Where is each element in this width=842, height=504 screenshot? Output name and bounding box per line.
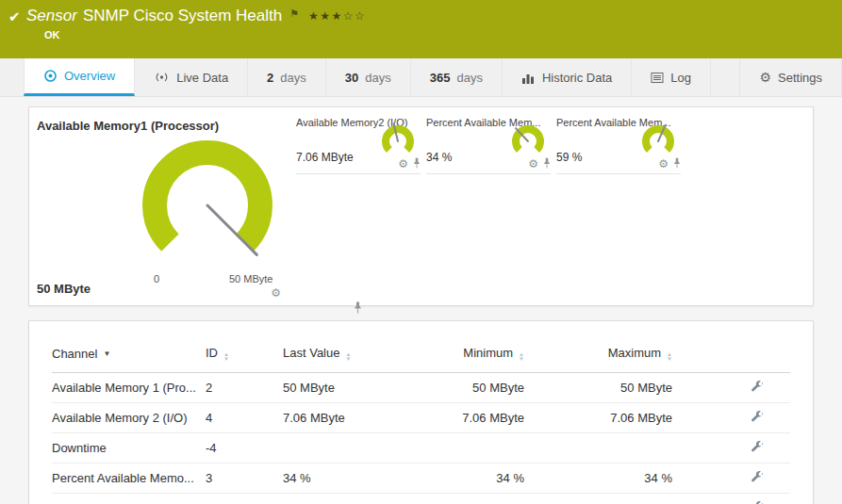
gauge-available-memory1[interactable]: Available Memory1 (Processor) 0 50 MByte… <box>35 115 308 300</box>
cell-channel: Available Memory 2 (I/O) <box>52 403 206 433</box>
cell-last-value <box>283 433 405 463</box>
table-row[interactable]: Percent Available Memo... 5 59 % 59 % 59… <box>52 494 790 504</box>
cell-last-value: 59 % <box>283 494 405 504</box>
main-gauge-dial <box>118 130 297 271</box>
cell-maximum <box>524 433 672 463</box>
table-row[interactable]: Downtime -4 <box>52 433 790 463</box>
pin-icon[interactable] <box>413 155 421 172</box>
tab-historic-data[interactable]: Historic Data <box>503 58 632 96</box>
gauge-scale-max: 50 MByte <box>229 273 272 285</box>
channel-settings-icon[interactable] <box>751 500 764 504</box>
cell-minimum <box>405 433 524 463</box>
gear-icon: ⚙ <box>759 70 771 85</box>
sort-icon: ▲▼ <box>345 352 351 362</box>
channels-panel: Channel▼ ID▲▼ Last Value▲▼ Minimum▲▼ Max… <box>28 320 814 504</box>
tab-label: days <box>456 71 482 85</box>
cell-last-value: 34 % <box>283 463 405 494</box>
channel-settings-icon[interactable] <box>751 440 764 456</box>
pin-icon[interactable] <box>673 155 681 172</box>
cell-id: 5 <box>206 494 283 504</box>
col-channel[interactable]: Channel▼ <box>52 338 206 373</box>
gauge-value: 59 % <box>556 151 582 164</box>
channel-settings-icon[interactable] <box>751 380 764 396</box>
small-gauge-dial <box>637 122 679 160</box>
tab-day-count: 2 <box>267 71 273 85</box>
cell-last-value: 50 MByte <box>283 373 405 403</box>
cell-minimum: 7.06 MByte <box>405 403 524 433</box>
tab-365-days[interactable]: 365 days <box>411 58 503 96</box>
tab-label: days <box>280 71 305 85</box>
gauge-settings-gear-icon[interactable]: ⚙ <box>398 157 408 171</box>
cell-maximum: 50 MByte <box>524 373 672 403</box>
cell-minimum: 34 % <box>405 463 524 494</box>
live-data-icon <box>154 71 170 84</box>
cell-minimum: 50 MByte <box>405 373 524 403</box>
bar-chart-icon <box>521 72 536 84</box>
small-gauge-dial <box>377 122 419 160</box>
table-row[interactable]: Available Memory 2 (I/O) 4 7.06 MByte 7.… <box>52 403 790 433</box>
tab-settings[interactable]: ⚙ Settings <box>739 58 842 96</box>
gauge-value: 34 % <box>426 151 452 164</box>
tab-label: Settings <box>778 71 822 85</box>
gauge-value: 50 MByte <box>37 282 91 296</box>
cell-channel: Percent Available Memo... <box>52 463 206 494</box>
sort-desc-icon: ▼ <box>103 350 110 358</box>
tab-label: Overview <box>64 69 115 83</box>
channel-settings-icon[interactable] <box>751 470 764 486</box>
col-actions <box>672 338 790 373</box>
priority-stars[interactable]: ★★★☆☆ <box>308 9 366 23</box>
tab-label: days <box>365 71 390 85</box>
cell-channel: Percent Available Memo... <box>52 494 206 504</box>
gauges-panel: Available Memory1 (Processor) 0 50 MByte… <box>28 106 814 306</box>
gauge-settings-gear-icon[interactable]: ⚙ <box>271 286 281 300</box>
col-id[interactable]: ID▲▼ <box>206 338 283 373</box>
col-last-value[interactable]: Last Value▲▼ <box>283 338 405 373</box>
log-icon <box>651 72 664 84</box>
tab-live-data[interactable]: Live Data <box>135 58 248 96</box>
sensor-kind-label: Sensor <box>26 7 77 25</box>
cell-channel: Available Memory 1 (Pro... <box>52 373 206 403</box>
cell-id: -4 <box>206 433 283 463</box>
cell-id: 3 <box>206 463 283 494</box>
cell-maximum: 34 % <box>524 463 672 494</box>
tab-day-count: 365 <box>430 71 451 85</box>
page-title: SNMP Cisco System Health <box>83 7 282 25</box>
tab-log[interactable]: Log <box>632 58 711 96</box>
status-ok-check-icon: ✔ <box>8 8 21 25</box>
gauge-scale-min: 0 <box>154 273 159 285</box>
gauge-percent-available-memory-2[interactable]: Percent Available Mem... 59 % ⚙ <box>556 117 681 174</box>
tab-day-count: 30 <box>345 71 358 85</box>
table-row[interactable]: Available Memory 1 (Pro... 2 50 MByte 50… <box>52 373 790 403</box>
cell-last-value: 7.06 MByte <box>283 403 405 433</box>
sensor-tab-bar: Overview Live Data 2 days 30 days 365 da… <box>0 58 842 97</box>
col-maximum[interactable]: Maximum▲▼ <box>524 338 672 373</box>
tab-label: Live Data <box>176 71 228 85</box>
tab-label: Log <box>670 71 691 85</box>
gauge-settings-gear-icon[interactable]: ⚙ <box>528 157 538 171</box>
col-minimum[interactable]: Minimum▲▼ <box>405 338 524 373</box>
small-gauge-dial <box>507 122 549 160</box>
tab-30-days[interactable]: 30 days <box>326 58 411 96</box>
sort-icon: ▲▼ <box>667 352 672 362</box>
tab-overview[interactable]: Overview <box>24 58 135 96</box>
status-badge: OK <box>44 29 60 41</box>
table-row[interactable]: Percent Available Memo... 3 34 % 34 % 34… <box>52 463 790 494</box>
overview-icon <box>43 69 58 83</box>
cell-maximum: 59 % <box>524 494 672 504</box>
main-gauge-arc <box>155 153 260 243</box>
sensor-header: ✔ Sensor SNMP Cisco System Health ⚑ ★★★☆… <box>0 0 842 58</box>
sort-icon: ▲▼ <box>223 352 229 362</box>
pin-icon[interactable] <box>543 155 551 172</box>
gauge-available-memory2[interactable]: Available Memory2 (I/O) 7.06 MByte ⚙ <box>296 117 421 174</box>
gauge-settings-gear-icon[interactable]: ⚙ <box>658 157 669 171</box>
cell-channel: Downtime <box>52 433 206 463</box>
priority-flag-icon[interactable]: ⚑ <box>289 8 299 20</box>
gauge-percent-available-memory-1[interactable]: Percent Available Mem... 34 % ⚙ <box>426 117 551 174</box>
cell-id: 2 <box>206 373 283 403</box>
sort-icon: ▲▼ <box>519 352 524 362</box>
cell-maximum: 7.06 MByte <box>524 403 672 433</box>
cell-id: 4 <box>206 403 283 433</box>
table-header-row: Channel▼ ID▲▼ Last Value▲▼ Minimum▲▼ Max… <box>52 338 790 373</box>
tab-2-days[interactable]: 2 days <box>248 58 326 96</box>
channel-settings-icon[interactable] <box>751 410 764 426</box>
